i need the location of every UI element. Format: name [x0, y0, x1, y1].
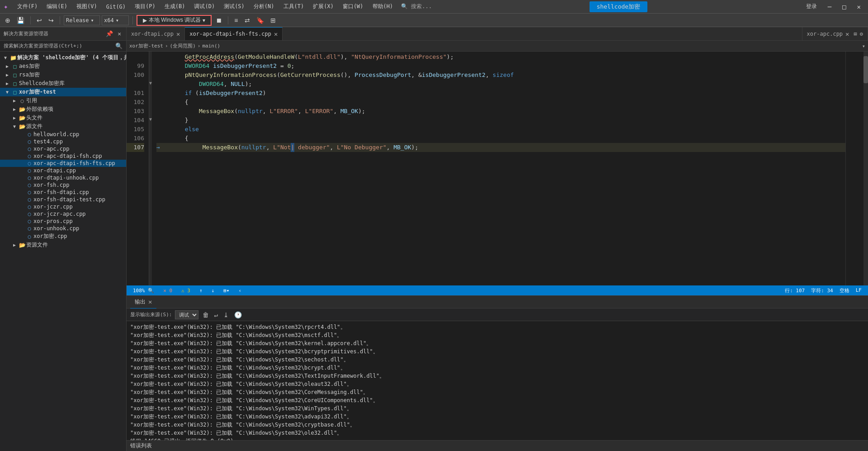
menu-edit[interactable]: 编辑(E): [43, 2, 71, 11]
pin-icon[interactable]: 📌: [104, 30, 114, 38]
menu-test[interactable]: 测试(S): [220, 2, 248, 11]
toolbar-btn-misc4[interactable]: ⊞: [268, 16, 278, 25]
login-button[interactable]: 登录: [802, 2, 821, 11]
breadcrumb-expand-icon[interactable]: ▾: [862, 43, 865, 49]
menu-debug[interactable]: 调试(D): [190, 2, 218, 11]
test4-icon: ○: [25, 138, 33, 145]
tab-xor-apc[interactable]: xor-apc.cpp ✕ ⊞ ⚙: [802, 27, 868, 40]
tab-xor-dtapi[interactable]: xor-dtapi.cpp ✕: [127, 27, 185, 40]
nav-prev-btn[interactable]: ‹: [236, 288, 244, 294]
undo-button[interactable]: ↩: [34, 16, 44, 25]
minimize-button[interactable]: ─: [824, 2, 835, 11]
shellcode-project-icon: □: [11, 81, 19, 87]
tab-xor-apc-label: xor-apc.cpp: [807, 31, 843, 37]
sidebar-item-xor-jczr-apc[interactable]: ○ xor-jczr-apc.cpp: [0, 210, 126, 218]
sidebar-item-xor-fsh-dtapi-test[interactable]: ○ xor-fsh-dtapi-test.cpp: [0, 196, 126, 203]
sidebar-item-xor-apc[interactable]: ○ xor-apc.cpp: [0, 145, 126, 152]
toolbar-btn-misc2[interactable]: ⇄: [242, 16, 252, 25]
sidebar-item-xor-fsh-dtapi[interactable]: ○ xor-fsh-dtapi.cpp: [0, 189, 126, 196]
code-editor[interactable]: 99 100 101 102 103 104 105 106 107 ▼: [127, 52, 868, 285]
sidebar-item-shellcode[interactable]: ▶ □ Shellcode加密库: [0, 79, 126, 88]
menu-build[interactable]: 生成(B): [161, 2, 189, 11]
output-content[interactable]: "xor加密-test.exe"(Win32): 已加载 "C:\Windows…: [127, 321, 868, 440]
warning-count-btn[interactable]: ⚠ 3: [179, 288, 193, 294]
test4-label: test4.cpp: [33, 138, 63, 145]
nav-filter-btn[interactable]: ⊞▾: [221, 288, 232, 294]
menu-git[interactable]: Git(G): [103, 3, 129, 11]
sidebar-item-xor-dtapi-unhook[interactable]: ○ xor-dtapi-unhook.cpp: [0, 174, 126, 181]
sidebar-item-xor-pros[interactable]: ○ xor-pros.cpp: [0, 218, 126, 225]
menu-project[interactable]: 项目(P): [131, 2, 159, 11]
settings-icon[interactable]: ⚙: [860, 31, 863, 37]
toolbar-btn-misc3[interactable]: 🔖: [254, 16, 266, 25]
output-tab[interactable]: 输出 ✕: [130, 296, 156, 309]
menu-help[interactable]: 帮助(H): [369, 2, 397, 11]
nav-up-btn[interactable]: ↑: [197, 288, 205, 294]
run-debugger-button[interactable]: ▶ 本地 Windows 调试器 ▾: [137, 15, 212, 26]
sidebar-item-helloworld[interactable]: ○ helloworld.cpp: [0, 131, 126, 138]
output-panel: 输出 ✕ 显示输出来源(S): 调试 🗑 ↵ ⤓ 🕐 "xor加密-test.e…: [127, 295, 868, 440]
menu-window[interactable]: 窗口(W): [339, 2, 367, 11]
sidebar-item-sources[interactable]: ▼ 📂 源文件: [0, 122, 126, 131]
sidebar-item-resources[interactable]: ▶ 📂 资源文件: [0, 241, 126, 249]
output-scroll-btn[interactable]: ⤓: [222, 311, 230, 318]
output-tab-close[interactable]: ✕: [148, 298, 152, 305]
output-wrap-btn[interactable]: ↵: [213, 311, 219, 318]
sidebar-item-xor-fsh[interactable]: ○ xor-fsh.cpp: [0, 181, 126, 189]
search-icon[interactable]: 🔍: [115, 43, 123, 49]
menu-tools[interactable]: 工具(T): [280, 2, 308, 11]
sidebar-item-xor-apc-dtapi-fsh[interactable]: ○ xor-apc-dtapi-fsh.cpp: [0, 152, 126, 160]
platform-dropdown[interactable]: x64 ▾: [102, 15, 129, 25]
menu-analyze[interactable]: 分析(N): [250, 2, 278, 11]
code-line-99: DWORD64 isDebuggerPresent2 = 0;: [156, 62, 845, 71]
menu-file[interactable]: 文件(F): [14, 2, 42, 11]
error-count-btn[interactable]: ✕ 0: [160, 288, 175, 294]
zoom-level[interactable]: 108% 🔍: [130, 288, 157, 294]
xor-mi-icon: ○: [25, 233, 33, 240]
sidebar-item-xor-apc-dtapi-fsh-fts[interactable]: ○ xor-apc-dtapi-fsh-fts.cpp: [0, 160, 126, 167]
sidebar-item-test4[interactable]: ○ test4.cpp: [0, 138, 126, 145]
project-icon: □: [11, 63, 19, 70]
maximize-button[interactable]: □: [839, 2, 849, 11]
sidebar-item-xor-dtapi[interactable]: ○ xor-dtapi.cpp: [0, 167, 126, 174]
output-source-select[interactable]: 调试: [175, 310, 198, 319]
extdeps-arrow: ▶: [11, 107, 18, 112]
tab-xor-apc-close[interactable]: ✕: [845, 30, 849, 38]
line-num-105: 105: [127, 125, 144, 134]
menu-view[interactable]: 视图(V): [73, 2, 101, 11]
sidebar-item-extdeps[interactable]: ▶ 📂 外部依赖项: [0, 105, 126, 114]
toolbar-separator-1: [30, 16, 31, 24]
redo-button[interactable]: ↪: [46, 16, 56, 25]
sidebar-item-rsa[interactable]: ▶ □ rsa加密: [0, 71, 126, 79]
output-clear-btn[interactable]: 🗑: [201, 311, 210, 318]
stop-button[interactable]: ⏹: [213, 16, 224, 25]
sidebar-item-headers[interactable]: ▶ 📂 头文件: [0, 114, 126, 122]
code-content[interactable]: GetProcAddress(GetModuleHandleW(L"ntdll.…: [152, 52, 845, 285]
sidebar-close-icon[interactable]: ✕: [116, 30, 123, 38]
output-time-btn[interactable]: 🕐: [233, 311, 243, 318]
sidebar-item-xor-mi[interactable]: ○ xor加密.cpp: [0, 232, 126, 241]
tab-xor-dtapi-close[interactable]: ✕: [176, 30, 180, 38]
sidebar-search-bar[interactable]: 搜索解决方案资源管理器(Ctrl+;) 🔍: [0, 41, 126, 52]
save-button[interactable]: 💾: [14, 16, 27, 25]
menu-extensions[interactable]: 扩展(X): [309, 2, 337, 11]
nav-down-btn[interactable]: ↓: [209, 288, 217, 294]
split-icon[interactable]: ⊞: [854, 31, 857, 37]
tab-xor-apc-dtapi-fsh-fts[interactable]: xor-apc-dtapi-fsh-fts.cpp ✕: [185, 27, 283, 40]
sidebar-item-xor-jczr[interactable]: ○ xor-jczr.cpp: [0, 203, 126, 210]
sidebar-item-refs[interactable]: ▶ ○ 引用: [0, 96, 126, 105]
toolbar-btn-misc1[interactable]: ≡: [232, 16, 240, 25]
sidebar-item-aes[interactable]: ▶ □ aes加密: [0, 62, 126, 71]
sidebar-item-xor-unhook[interactable]: ○ xor-unhook.cpp: [0, 225, 126, 232]
new-file-button[interactable]: ⊕: [3, 16, 13, 25]
sidebar-item-xor[interactable]: ▼ □ xor加密-test: [0, 88, 126, 96]
xor-dtapi-icon: ○: [25, 167, 33, 174]
close-button[interactable]: ✕: [854, 2, 864, 11]
xor-jczr-icon: ○: [25, 204, 33, 210]
headers-arrow: ▶: [11, 115, 18, 120]
solution-root[interactable]: ▼ 📁 解决方案 'shellcode加密' (4 个项目，共 4 个): [0, 53, 126, 62]
vertical-scrollbar-thumb[interactable]: [863, 56, 868, 83]
tab-active-close[interactable]: ✕: [274, 30, 278, 38]
xor-unhook-icon: ○: [25, 225, 33, 232]
build-config-dropdown[interactable]: Release ▾: [64, 15, 100, 25]
